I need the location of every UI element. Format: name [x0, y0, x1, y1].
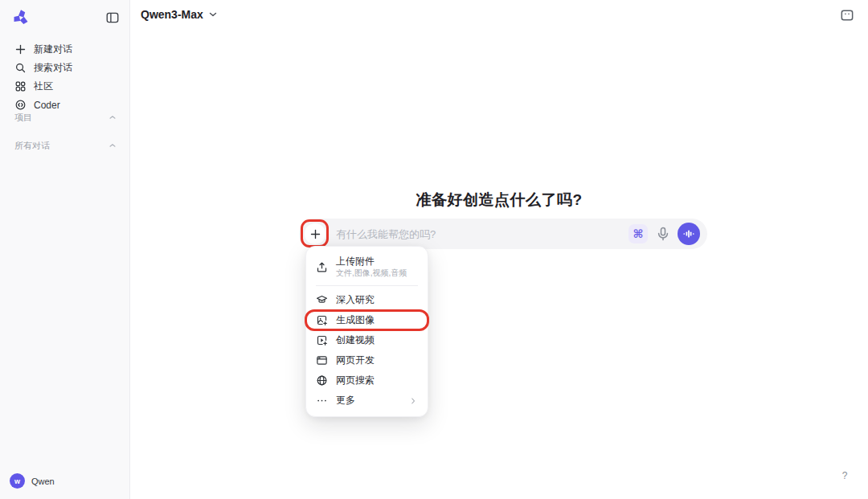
chevron-right-icon	[408, 396, 418, 406]
section-label: 所有对话	[14, 140, 50, 152]
artifacts-knot-icon[interactable]: ⌘	[628, 224, 648, 243]
microphone-icon[interactable]	[655, 226, 671, 242]
chevron-up-icon	[108, 141, 117, 150]
page-title: 准备好创造点什么了吗?	[130, 190, 868, 211]
menu-item-web-search[interactable]: 网页搜索	[306, 370, 428, 391]
voice-wave-icon	[682, 227, 695, 240]
menu-item-label: 更多	[336, 394, 355, 407]
chevron-up-icon	[108, 112, 117, 122]
help-button[interactable]: ?	[837, 470, 852, 485]
menu-item-label: 网页开发	[336, 354, 375, 367]
menu-item-generate-image[interactable]: 生成图像	[306, 310, 428, 330]
sidebar-item-new-chat[interactable]: 新建对话	[0, 40, 129, 59]
search-icon	[14, 62, 27, 74]
message-input[interactable]	[336, 219, 601, 249]
sidebar-item-search-chat[interactable]: 搜索对话	[0, 59, 129, 77]
user-name: Qwen	[31, 477, 55, 486]
menu-item-label: 深入研究	[336, 293, 375, 307]
sidebar-collapse-icon[interactable]	[105, 10, 120, 25]
model-name: Qwen3-Max	[141, 8, 203, 21]
web-dev-icon	[316, 354, 328, 366]
attach-plus-button[interactable]	[305, 223, 326, 244]
menu-item-web-dev[interactable]: 网页开发	[306, 350, 428, 370]
user-account[interactable]: w Qwen	[10, 473, 55, 489]
sidebar-section-projects[interactable]: 项目	[0, 108, 130, 126]
sidebar-item-label: 新建对话	[34, 43, 72, 56]
menu-item-label: 生成图像	[336, 313, 375, 327]
create-video-icon	[316, 334, 328, 346]
menu-item-more[interactable]: 更多	[306, 391, 428, 411]
upload-icon	[316, 261, 328, 273]
user-avatar: w	[10, 473, 25, 489]
more-dots-icon	[316, 395, 328, 407]
web-search-icon	[316, 374, 328, 387]
menu-item-label: 网页搜索	[336, 374, 375, 387]
community-icon	[14, 80, 27, 92]
sidebar-item-label: 搜索对话	[34, 61, 72, 75]
chat-composer[interactable]: ⌘	[299, 219, 707, 249]
menu-item-upload-file[interactable]: 上传附件 文件,图像,视频,音频	[306, 252, 428, 281]
voice-mode-button[interactable]	[678, 223, 700, 245]
model-selector[interactable]: Qwen3-Max	[141, 8, 219, 21]
plus-icon	[14, 43, 27, 55]
menu-item-create-video[interactable]: 创建视频	[306, 330, 428, 350]
sidebar-item-label: 社区	[34, 80, 53, 93]
menu-divider	[316, 285, 418, 286]
research-icon	[316, 294, 328, 306]
section-label: 项目	[14, 112, 32, 124]
generate-image-icon	[316, 314, 328, 326]
menu-item-sublabel: 文件,图像,视频,音频	[336, 268, 407, 279]
sidebar-section-all-chats[interactable]: 所有对话	[0, 137, 130, 154]
app-window-icon[interactable]	[839, 7, 855, 23]
attach-menu: 上传附件 文件,图像,视频,音频 深入研究 生成图像	[305, 246, 428, 417]
menu-item-label: 上传附件	[336, 256, 407, 268]
menu-item-label: 创建视频	[336, 333, 375, 347]
sidebar: 新建对话 搜索对话 社区	[0, 0, 130, 499]
chevron-down-icon	[207, 9, 219, 20]
qwen-logo-icon[interactable]	[11, 8, 31, 27]
sidebar-nav: 新建对话 搜索对话 社区	[0, 40, 129, 114]
sidebar-item-community[interactable]: 社区	[0, 77, 129, 96]
sidebar-header	[0, 0, 129, 27]
menu-item-deep-research[interactable]: 深入研究	[306, 290, 428, 310]
